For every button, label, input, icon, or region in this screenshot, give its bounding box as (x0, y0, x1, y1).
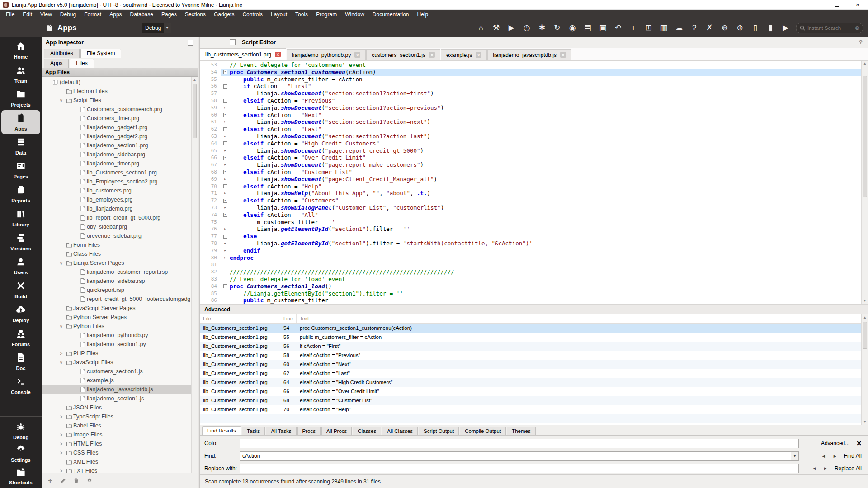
deploy-run-icon[interactable]: ▶ (780, 23, 791, 33)
bottom-tab-all-procs[interactable]: All Procs (321, 427, 352, 435)
tree-item-lib-employees-section2-prg[interactable]: lib_Employees_section2.prg (42, 177, 198, 186)
menu-item-sections[interactable]: Sections (181, 10, 210, 19)
tree-item-javascript-files[interactable]: ∨JavaScript Files (42, 358, 198, 367)
result-row[interactable]: lib_Customers_section1.prg58elseif cActi… (200, 351, 861, 360)
menu-item-debug[interactable]: Debug (56, 10, 80, 19)
sidebar-item-versions[interactable]: Versions (0, 230, 42, 254)
result-row[interactable]: lib_Customers_section1.prg62elseif cActi… (200, 369, 861, 378)
sidebar-item-apps[interactable]: Apps (1, 110, 40, 134)
tree-item-report-credit-gt-5000-footercustomgadget-rsp[interactable]: report_credit_gt_5000_footercustomgadget… (42, 295, 198, 304)
tree-item-lianjademo-customer-report-rsp[interactable]: lianjademo_customer_report.rsp (42, 267, 198, 277)
tree-item-image-files[interactable]: >Image Files (42, 430, 198, 439)
menu-item-window[interactable]: Window (341, 10, 368, 19)
preview-eye-icon[interactable]: ◉ (567, 23, 578, 33)
minimize-button[interactable]: ─ (806, 0, 826, 9)
fold-marker-icon[interactable]: - (221, 83, 230, 90)
scroll-down-icon[interactable]: ▼ (862, 419, 868, 425)
fold-marker-icon[interactable]: - (221, 69, 230, 76)
results-scroll-thumb[interactable] (863, 322, 867, 349)
tree-item-customers-customsearch-prg[interactable]: Customers_customsearch.prg (42, 105, 198, 114)
menu-item-gadgets[interactable]: Gadgets (210, 10, 238, 19)
result-row[interactable]: lib_Customers_section1.prg64elseif cActi… (200, 378, 861, 387)
bottom-tab-find-results[interactable]: Find Results (202, 426, 241, 435)
sidebar-item-shortcuts[interactable]: Shortcuts (0, 465, 42, 487)
menu-item-database[interactable]: Database (126, 10, 157, 19)
package-icon[interactable]: ▥ (658, 23, 669, 33)
find-next-button[interactable]: ► (831, 452, 839, 460)
sidebar-item-data[interactable]: Data (0, 134, 42, 158)
tree-item-lianjademo-gadget1-prg[interactable]: lianjademo_gadget1.prg (42, 123, 198, 132)
dock-editor-icon[interactable] (230, 39, 236, 45)
sidebar-item-debug[interactable]: Debug (0, 419, 42, 442)
tree-item-lianja-server-pages[interactable]: ∨Lianja Server Pages (42, 258, 198, 267)
tree-item-form-files[interactable]: Form Files (42, 240, 198, 249)
code-area[interactable]: 53// Event delegate for 'custommenu' eve… (200, 61, 861, 304)
tree-item-lianjademo-section1-py[interactable]: lianjademo_section1.py (42, 340, 198, 349)
menu-item-pages[interactable]: Pages (157, 10, 181, 19)
fold-marker-icon[interactable]: - (221, 183, 230, 190)
tree-settings-button[interactable] (86, 478, 93, 484)
collapse-icon[interactable]: - (223, 199, 227, 203)
tree-item-lianjademo-section1-js[interactable]: lianjademo_section1.js (42, 394, 198, 403)
phone-icon[interactable]: ▮ (765, 23, 776, 33)
tree-item-xml-files[interactable]: XML Files (42, 457, 198, 466)
sidebar-item-forums[interactable]: Forums (0, 326, 42, 350)
result-row[interactable]: lib_Customers_section1.prg70elseif cActi… (200, 405, 861, 414)
sidebar-item-library[interactable]: Library (0, 206, 42, 230)
sidebar-item-home[interactable]: Home (0, 38, 42, 62)
tree-item-lianjademo-pythondb-py[interactable]: lianjademo_pythondb.py (42, 331, 198, 340)
add-page-icon[interactable]: ⊞ (643, 23, 654, 33)
tree-item-oby-sidebar-prg[interactable]: oby_sidebar.prg (42, 222, 198, 231)
fold-marker-icon[interactable]: - (221, 283, 230, 290)
sidebar-item-team[interactable]: Team (0, 62, 42, 86)
search-input[interactable] (807, 25, 853, 31)
editor-tab-customers-section1-js[interactable]: customers_section1.js✕ (366, 49, 440, 60)
chevron-right-icon[interactable]: > (58, 441, 65, 446)
chevron-down-icon[interactable]: ∨ (58, 360, 65, 365)
editor-scrollbar[interactable]: ▲ ▼ (861, 61, 868, 304)
tree-scrollbar[interactable]: ▲ (191, 77, 198, 473)
add-icon[interactable]: + (628, 23, 639, 33)
page-icon[interactable]: ▤ (582, 23, 593, 33)
column-header-text[interactable]: Text (297, 314, 861, 323)
tree-item-typescript-files[interactable]: >TypeScript Files (42, 412, 198, 421)
tree-item-default[interactable]: (default) (42, 78, 198, 87)
close-find-panel-icon[interactable]: ✕ (854, 440, 863, 447)
close-tab-icon[interactable]: ✕ (429, 52, 435, 58)
tree-item-json-files[interactable]: JSON Files (42, 403, 198, 412)
result-row[interactable]: lib_Customers_section1.prg68elseif cActi… (200, 396, 861, 405)
chevron-right-icon[interactable]: > (58, 432, 65, 437)
goto-input[interactable] (240, 439, 799, 448)
replace-next-button[interactable]: ► (821, 465, 830, 472)
tab-attributes[interactable]: Attributes (44, 49, 80, 58)
chevron-right-icon[interactable]: > (58, 469, 65, 473)
tree-item-python-files[interactable]: ∨Python Files (42, 322, 198, 331)
menu-item-tools[interactable]: Tools (291, 10, 312, 19)
home-icon[interactable]: ⌂ (476, 23, 486, 33)
save-icon[interactable]: ▣ (598, 23, 609, 33)
collapse-icon[interactable]: - (223, 113, 227, 117)
menu-item-documentation[interactable]: Documentation (368, 10, 413, 19)
close-app-icon[interactable]: ✗ (704, 23, 715, 33)
debug-bug-icon[interactable]: ✱ (537, 23, 547, 33)
collapse-icon[interactable]: - (223, 141, 227, 145)
collapse-icon[interactable]: - (223, 127, 227, 131)
menu-item-view[interactable]: View (36, 10, 56, 19)
sidebar-item-reports[interactable]: Reports (0, 182, 42, 206)
collapse-icon[interactable]: - (223, 84, 227, 89)
chevron-down-icon[interactable]: ∨ (58, 324, 65, 329)
sidebar-item-settings[interactable]: Settings (0, 442, 42, 465)
menu-item-format[interactable]: Format (80, 10, 105, 19)
tree-item-lianjademo-gadget2-prg[interactable]: lianjademo_gadget2.prg (42, 132, 198, 141)
fold-marker-icon[interactable]: - (221, 140, 230, 147)
tree-item-example-js[interactable]: example.js (42, 376, 198, 385)
replace-all-button[interactable]: Replace All (833, 465, 863, 472)
close-tab-icon[interactable]: ✕ (476, 52, 481, 58)
scroll-down-icon[interactable]: ▼ (862, 298, 868, 304)
menu-item-help[interactable]: Help (413, 10, 433, 19)
tablet-icon[interactable]: ▯ (750, 23, 760, 33)
replace-input[interactable] (240, 464, 799, 473)
find-previous-button[interactable]: ◄ (820, 452, 828, 460)
collapse-icon[interactable]: - (223, 70, 227, 74)
tree-item-customers-section1-js[interactable]: customers_section1.js (42, 367, 198, 376)
